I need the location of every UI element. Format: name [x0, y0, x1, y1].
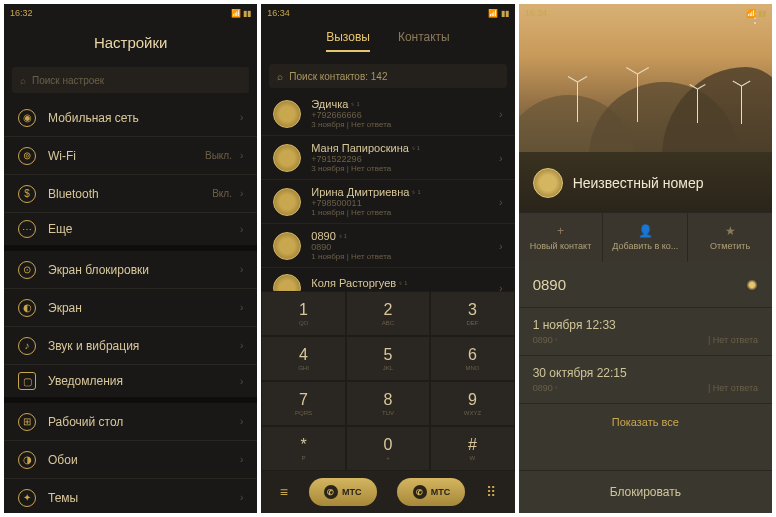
settings-item[interactable]: ✦Темы›: [4, 479, 257, 513]
chevron-right-icon: ›: [240, 150, 243, 161]
search-placeholder: Поиск настроек: [32, 75, 104, 86]
call-log-item[interactable]: 0890 ˢ ¹08901 ноября | Нет ответа›: [261, 224, 514, 268]
call-number: +792666666: [311, 110, 489, 120]
setting-icon: ♪: [18, 337, 36, 355]
hero-hills: [519, 72, 772, 157]
call-history: 1 ноября 12:330890 ˢ| Нет ответа30 октяб…: [519, 308, 772, 404]
call-sim2-button[interactable]: ✆МТС: [397, 478, 465, 506]
chevron-right-icon[interactable]: ›: [499, 152, 503, 164]
setting-icon: ▢: [18, 372, 36, 390]
dialpad-key-1[interactable]: 1QO: [261, 291, 345, 336]
contact-identity: Неизвестный номер: [533, 168, 758, 198]
setting-icon: ⊙: [18, 261, 36, 279]
action-button[interactable]: ★Отметить: [688, 213, 772, 262]
contact-search[interactable]: ⌕ Поиск контактов: 142: [269, 64, 506, 88]
number-row[interactable]: 0890: [519, 262, 772, 308]
settings-item[interactable]: ◐Экран›: [4, 289, 257, 327]
setting-label: Темы: [48, 491, 240, 505]
history-item[interactable]: 30 октября 22:150890 ˢ| Нет ответа: [519, 356, 772, 404]
chevron-right-icon: ›: [240, 340, 243, 351]
settings-search[interactable]: ⌕ Поиск настроек: [12, 67, 249, 93]
settings-item[interactable]: ▢Уведомления›: [4, 365, 257, 403]
search-icon: ⌕: [20, 75, 26, 86]
setting-label: Звук и вибрация: [48, 339, 240, 353]
show-all-button[interactable]: Показать все: [519, 404, 772, 440]
settings-item[interactable]: ⊙Экран блокировки›: [4, 251, 257, 289]
call-log-item[interactable]: Коля Расторгуев ˢ ¹+799981›: [261, 268, 514, 291]
settings-item[interactable]: ⋯Еще›: [4, 213, 257, 251]
menu-icon[interactable]: ≡: [280, 484, 288, 500]
turbine-icon: [697, 89, 698, 123]
call-log-item[interactable]: Маня Папироскина ˢ ¹+7915222963 ноября |…: [261, 136, 514, 180]
settings-item[interactable]: ⊞Рабочий стол›: [4, 403, 257, 441]
settings-item[interactable]: ♪Звук и вибрация›: [4, 327, 257, 365]
setting-icon: ⋯: [18, 220, 36, 238]
call-number: 0890: [311, 242, 489, 252]
block-button[interactable]: Блокировать: [519, 470, 772, 513]
chevron-right-icon: ›: [240, 188, 243, 199]
dialpad-key-2[interactable]: 2ABC: [346, 291, 430, 336]
call-meta: 3 ноября | Нет ответа: [311, 120, 489, 129]
call-number: +791522296: [311, 154, 489, 164]
turbine-icon: [577, 82, 578, 122]
dialer-bottom-bar: ≡ ✆МТС ✆МТС ⠿: [261, 471, 514, 513]
call-icon[interactable]: [746, 279, 758, 291]
call-log-item[interactable]: Ирина Дмитриевна ˢ ¹+7985000111 ноября |…: [261, 180, 514, 224]
avatar: [273, 274, 301, 291]
history-date: 30 октября 22:15: [533, 366, 758, 380]
history-item[interactable]: 1 ноября 12:330890 ˢ| Нет ответа: [519, 308, 772, 356]
avatar: [273, 100, 301, 128]
settings-item[interactable]: $BluetoothВкл.›: [4, 175, 257, 213]
call-meta: 1 ноября | Нет ответа: [311, 252, 489, 261]
setting-label: Еще: [48, 222, 240, 236]
dialpad-key-9[interactable]: 9WXYZ: [430, 381, 514, 426]
tab-calls[interactable]: Вызовы: [326, 30, 370, 52]
dialpad-key-0[interactable]: 0+: [346, 426, 430, 471]
status-icons: 📶 ▮▮: [746, 9, 766, 18]
chevron-right-icon: ›: [240, 224, 243, 235]
dialpad-key-8[interactable]: 8TUV: [346, 381, 430, 426]
settings-item[interactable]: ⊚Wi-FiВыкл.›: [4, 137, 257, 175]
setting-label: Bluetooth: [48, 187, 212, 201]
chevron-right-icon: ›: [240, 454, 243, 465]
chevron-right-icon[interactable]: ›: [499, 196, 503, 208]
chevron-right-icon: ›: [240, 492, 243, 503]
action-button[interactable]: 👤Добавить в ко...: [603, 213, 688, 262]
status-bar: 16:32 📶 ▮▮: [4, 4, 257, 22]
dialpad-key-5[interactable]: 5JKL: [346, 336, 430, 381]
chevron-right-icon[interactable]: ›: [499, 108, 503, 120]
dialer-screen: 16:34 📶 ▮▮ Вызовы Контакты ⌕ Поиск конта…: [261, 4, 514, 513]
call-sim1-button[interactable]: ✆МТС: [309, 478, 377, 506]
setting-label: Мобильная сеть: [48, 111, 240, 125]
chevron-right-icon[interactable]: ›: [499, 240, 503, 252]
settings-list: ◉Мобильная сеть›⊚Wi-FiВыкл.›$BluetoothВк…: [4, 99, 257, 513]
dialpad-key-*[interactable]: *P: [261, 426, 345, 471]
status-icons: 📶 ▮▮: [231, 9, 251, 18]
settings-item[interactable]: ◑Обои›: [4, 441, 257, 479]
avatar: [273, 188, 301, 216]
dialpad-key-6[interactable]: 6MNO: [430, 336, 514, 381]
call-log-item[interactable]: Эдичка ˢ ¹+7926666663 ноября | Нет ответ…: [261, 92, 514, 136]
history-number: 0890 ˢ: [533, 383, 559, 393]
settings-item[interactable]: ◉Мобильная сеть›: [4, 99, 257, 137]
action-button[interactable]: +Новый контакт: [519, 213, 604, 262]
dialpad-key-7[interactable]: 7PQRS: [261, 381, 345, 426]
dialpad-key-3[interactable]: 3DEF: [430, 291, 514, 336]
dialpad-key-4[interactable]: 4GHI: [261, 336, 345, 381]
dialpad-key-#[interactable]: #W: [430, 426, 514, 471]
call-number: +798500011: [311, 198, 489, 208]
setting-value: Вкл.: [212, 188, 232, 199]
tabs: Вызовы Контакты: [261, 22, 514, 60]
phone-number: 0890: [533, 276, 566, 293]
action-label: Отметить: [710, 241, 750, 251]
call-meta: 3 ноября | Нет ответа: [311, 164, 489, 173]
keypad-toggle-icon[interactable]: ⠿: [486, 484, 496, 500]
chevron-right-icon[interactable]: ›: [499, 282, 503, 291]
turbine-icon: [637, 74, 638, 122]
history-status: | Нет ответа: [708, 383, 758, 393]
call-name: Маня Папироскина ˢ ¹: [311, 142, 489, 154]
setting-label: Уведомления: [48, 374, 240, 388]
setting-label: Обои: [48, 453, 240, 467]
tab-contacts[interactable]: Контакты: [398, 30, 450, 52]
setting-icon: ⊞: [18, 413, 36, 431]
